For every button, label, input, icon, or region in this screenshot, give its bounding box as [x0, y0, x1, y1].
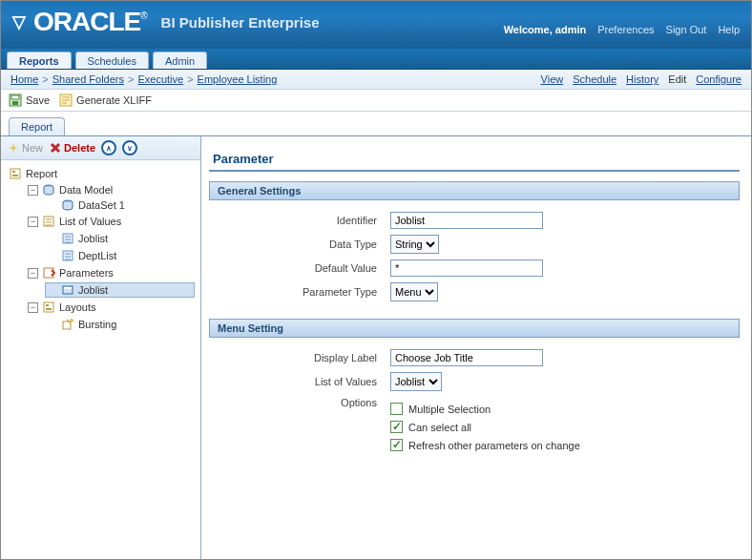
data-model-icon: [42, 184, 55, 196]
tree-list-of-values[interactable]: − List of Values: [26, 214, 195, 229]
generate-xliff-button[interactable]: Generate XLIFF: [59, 93, 152, 107]
label-options: Options: [209, 397, 390, 408]
save-button[interactable]: Save: [9, 93, 50, 107]
tree-root-report[interactable]: Report: [7, 166, 195, 181]
action-configure[interactable]: Configure: [696, 73, 742, 85]
tab-schedules[interactable]: Schedules: [75, 52, 149, 69]
checkbox-checked-icon[interactable]: [390, 439, 403, 451]
label-identifier: Identifier: [209, 215, 390, 226]
lov-icon: [42, 215, 55, 228]
svg-rect-5: [12, 171, 15, 173]
delete-label: Delete: [64, 142, 95, 154]
checkbox-checked-icon[interactable]: [390, 421, 403, 433]
input-identifier[interactable]: [390, 212, 543, 229]
option-multiple-selection[interactable]: Multiple Selection: [390, 403, 740, 415]
general-settings-form: Identifier Data Type String Default Valu…: [209, 212, 740, 301]
structure-panel: New Delete ∧ ∨ Report: [1, 136, 201, 560]
input-default-value[interactable]: [390, 259, 543, 277]
tree-lov-deptlist[interactable]: DeptList: [45, 248, 195, 263]
tree-lov-joblist-label: Joblist: [78, 233, 108, 244]
input-display-label[interactable]: [390, 349, 543, 366]
tab-admin[interactable]: Admin: [153, 52, 207, 69]
tab-reports[interactable]: Reports: [7, 52, 72, 69]
action-history[interactable]: History: [626, 73, 658, 85]
action-view[interactable]: View: [541, 73, 564, 85]
select-list-of-values[interactable]: Joblist: [390, 372, 442, 391]
page-actions: View Schedule History Edit Configure: [535, 73, 742, 85]
label-list-of-values: List of Values: [209, 376, 390, 387]
tree-param-joblist[interactable]: Joblist: [45, 282, 195, 298]
action-edit: Edit: [668, 73, 686, 85]
tree-layouts[interactable]: − Layouts: [26, 300, 195, 315]
tree-data-model-label: Data Model: [59, 184, 113, 196]
generate-xliff-label: Generate XLIFF: [76, 94, 152, 106]
collapse-icon[interactable]: −: [28, 268, 38, 279]
option-can-select-all[interactable]: Can select all: [390, 421, 740, 433]
collapse-icon[interactable]: −: [28, 185, 38, 196]
svg-point-19: [70, 319, 73, 322]
report-subtab-bar: Report: [1, 112, 751, 136]
tree-lov-joblist[interactable]: Joblist: [45, 231, 195, 246]
parameter-icon: [61, 283, 74, 297]
new-button[interactable]: New: [7, 141, 43, 155]
option-multi-label: Multiple Selection: [408, 404, 491, 415]
tree-data-model[interactable]: − Data Model: [26, 183, 195, 197]
brand-word: ORACLE®: [33, 7, 148, 37]
svg-rect-17: [46, 308, 52, 310]
sparkle-plus-icon: [7, 141, 20, 155]
report-icon: [9, 167, 22, 180]
svg-rect-6: [12, 175, 18, 176]
move-down-button[interactable]: ∨: [122, 140, 137, 156]
option-all-label: Can select all: [408, 422, 471, 433]
list-icon: [61, 249, 74, 262]
action-schedule[interactable]: Schedule: [573, 73, 616, 85]
move-up-button[interactable]: ∧: [101, 140, 116, 156]
select-data-type[interactable]: String: [390, 235, 439, 254]
section-general-settings: General Settings: [209, 181, 740, 200]
collapse-icon[interactable]: −: [28, 302, 38, 313]
option-refresh-on-change[interactable]: Refresh other parameters on change: [390, 439, 740, 451]
option-refresh-label: Refresh other parameters on change: [408, 440, 580, 451]
tree-param-joblist-label: Joblist: [78, 284, 108, 296]
breadcrumb-bar: Home> Shared Folders> Executive> Employe…: [1, 70, 751, 90]
label-display-label: Display Label: [209, 352, 390, 363]
tree-bursting[interactable]: Bursting: [45, 317, 195, 332]
section-menu-setting: Menu Setting: [209, 319, 740, 338]
workarea: New Delete ∧ ∨ Report: [1, 136, 751, 560]
link-signout[interactable]: Sign Out: [666, 24, 707, 35]
new-label: New: [22, 142, 43, 154]
subtab-report[interactable]: Report: [9, 117, 65, 135]
link-preferences[interactable]: Preferences: [597, 24, 654, 35]
crumb-executive[interactable]: Executive: [137, 73, 183, 85]
crumb-shared-folders[interactable]: Shared Folders: [52, 73, 124, 85]
delete-button[interactable]: Delete: [49, 141, 95, 155]
brand-block: ▽ ORACLE® BI Publisher Enterprise: [12, 7, 320, 37]
layouts-icon: [42, 301, 55, 314]
header-right: Welcome, admin Preferences Sign Out Help: [504, 24, 740, 37]
crumb-employee-listing[interactable]: Employee Listing: [198, 73, 278, 85]
checkbox-icon[interactable]: [390, 403, 403, 415]
dataset-icon: [61, 199, 74, 211]
brand-suffix: BI Publisher Enterprise: [161, 14, 320, 31]
label-parameter-type: Parameter Type: [209, 286, 390, 298]
save-label: Save: [26, 94, 50, 106]
tree-parameters-label: Parameters: [59, 267, 114, 279]
select-parameter-type[interactable]: Menu: [390, 282, 438, 301]
tree-bursting-label: Bursting: [78, 319, 116, 330]
structure-toolbar: New Delete ∧ ∨: [1, 136, 200, 160]
svg-rect-14: [64, 287, 72, 289]
app-header: ▽ ORACLE® BI Publisher Enterprise Welcom…: [1, 1, 751, 49]
report-tree: Report − Data Model: [1, 160, 200, 343]
crumb-home[interactable]: Home: [10, 73, 38, 85]
editor-toolbar: Save Generate XLIFF: [1, 90, 751, 112]
bursting-icon: [61, 318, 74, 331]
svg-rect-4: [10, 169, 20, 178]
tree-dataset-1[interactable]: DataSet 1: [45, 198, 195, 212]
tree-parameters[interactable]: − Parameters: [26, 265, 195, 280]
tree-layouts-label: Layouts: [59, 301, 96, 313]
link-help[interactable]: Help: [718, 24, 740, 35]
x-delete-icon: [49, 141, 62, 155]
svg-rect-16: [46, 304, 49, 306]
tree-lov-label: List of Values: [59, 216, 121, 227]
collapse-icon[interactable]: −: [28, 217, 38, 227]
